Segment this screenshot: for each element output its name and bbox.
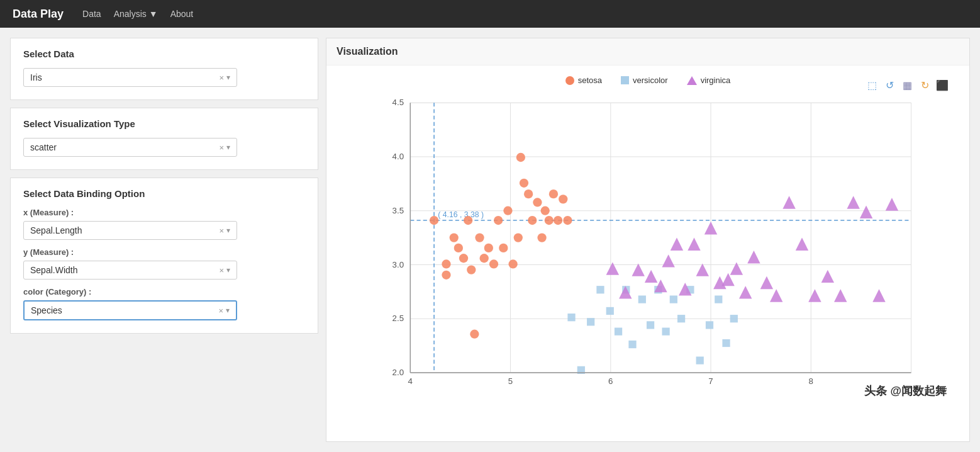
select-data-title: Select Data [23,48,305,59]
color-label: color (Category) : [23,287,305,297]
svg-point-29 [442,271,450,280]
color-select[interactable]: Species × ▾ [23,300,237,320]
svg-point-54 [554,216,562,225]
svg-point-45 [516,153,525,162]
viz-title: Visualization [326,38,969,65]
svg-rect-59 [587,318,594,325]
setosa-label: setosa [578,76,602,85]
svg-point-41 [499,244,508,252]
y-label: y (Measure) : [23,247,305,257]
svg-point-38 [484,244,493,252]
svg-text:3.0: 3.0 [393,260,404,269]
watermark: 头条 @闻数起舞 [864,383,947,398]
svg-point-52 [545,216,554,225]
dataset-select[interactable]: Iris × ▾ [23,68,237,87]
setosa-icon [565,76,574,85]
viz-toolbar: ⬚ ↺ ▦ ↻ ⬛ [865,78,949,92]
y-arrow-icon[interactable]: ▾ [226,266,230,274]
svg-point-31 [454,244,463,252]
svg-text:2.0: 2.0 [393,368,404,377]
svg-rect-60 [596,286,604,293]
svg-point-35 [470,330,479,339]
virginica-icon [687,76,697,85]
svg-rect-61 [606,307,614,315]
viz-type-clear-icon[interactable]: × [219,143,224,152]
crop-icon[interactable]: ⬚ [865,78,879,92]
svg-rect-73 [706,321,713,329]
svg-rect-76 [730,315,738,322]
svg-point-46 [520,179,528,188]
viz-content: setosa versicolor virginica ⬚ ↺ ▦ [326,65,969,441]
viz-type-arrow-icon[interactable]: ▾ [226,143,230,152]
table-icon[interactable]: ▦ [900,78,914,92]
select-viz-title: Select Visualization Type [23,118,305,129]
legend-setosa: setosa [565,76,602,85]
dataset-arrow-icon[interactable]: ▾ [226,73,230,82]
svg-rect-69 [670,295,677,303]
binding-section: Select Data Binding Option x (Measure) :… [10,178,318,334]
svg-rect-0 [410,103,911,373]
svg-rect-70 [677,315,685,322]
dataset-clear-icon[interactable]: × [219,73,224,82]
svg-point-28 [442,259,450,268]
svg-point-34 [467,265,476,274]
x-value: Sepal.Length [30,225,219,235]
svg-rect-62 [615,328,622,336]
select-viz-section: Select Visualization Type scatter × ▾ [10,108,318,170]
color-arrow-icon[interactable]: ▾ [226,306,230,315]
binding-title: Select Data Binding Option [23,188,305,199]
svg-point-36 [475,233,484,242]
undo-icon[interactable]: ↺ [883,78,896,92]
versicolor-icon [621,76,629,84]
svg-point-33 [464,216,472,225]
viz-type-value: scatter [30,142,219,152]
reload-icon[interactable]: ↻ [918,78,932,92]
main-layout: Select Data Iris × ▾ Select Visualizatio… [0,28,980,452]
navbar: Data Play Data Analysis ▼ About [0,0,980,28]
svg-text:4.5: 4.5 [393,98,404,107]
y-clear-icon[interactable]: × [219,266,224,275]
svg-point-48 [528,216,537,225]
svg-rect-74 [715,295,722,303]
svg-point-51 [541,206,550,215]
legend-virginica: virginica [687,76,731,85]
svg-point-55 [559,195,567,203]
svg-rect-66 [647,321,654,329]
svg-text:2.5: 2.5 [393,314,404,323]
brand: Data Play [13,8,64,21]
svg-point-47 [524,189,533,198]
svg-rect-65 [638,295,646,303]
svg-text:5: 5 [508,376,513,386]
download-icon[interactable]: ⬛ [935,78,949,92]
svg-point-32 [459,254,468,263]
svg-point-50 [537,233,546,242]
svg-text:8: 8 [809,376,813,386]
x-label: x (Measure) : [23,208,305,217]
viz-type-select[interactable]: scatter × ▾ [23,138,237,157]
y-select[interactable]: Sepal.Width × ▾ [23,261,237,280]
left-panel: Select Data Iris × ▾ Select Visualizatio… [10,38,318,442]
versicolor-label: versicolor [633,76,668,85]
svg-point-37 [480,254,489,263]
x-select[interactable]: Sepal.Length × ▾ [23,221,237,240]
svg-text:4.0: 4.0 [393,152,404,161]
svg-point-53 [549,189,558,198]
svg-text:7: 7 [708,376,713,386]
svg-point-44 [514,233,523,242]
svg-text:6: 6 [608,376,613,386]
svg-point-39 [489,259,498,268]
svg-rect-72 [696,356,704,364]
svg-point-43 [508,259,517,268]
color-clear-icon[interactable]: × [218,306,223,315]
svg-rect-64 [628,341,636,348]
svg-rect-75 [722,339,730,347]
select-data-section: Select Data Iris × ▾ [10,38,318,100]
nav-data[interactable]: Data [82,9,101,19]
svg-point-40 [494,216,503,225]
color-value: Species [31,305,218,315]
nav-about[interactable]: About [170,9,194,19]
x-arrow-icon[interactable]: ▾ [226,226,230,235]
scatter-chart: 4.5 4.0 3.5 3.0 2.5 2.0 4 5 6 7 8 [337,96,959,405]
x-clear-icon[interactable]: × [219,226,224,235]
nav-analysis[interactable]: Analysis ▼ [114,9,158,19]
